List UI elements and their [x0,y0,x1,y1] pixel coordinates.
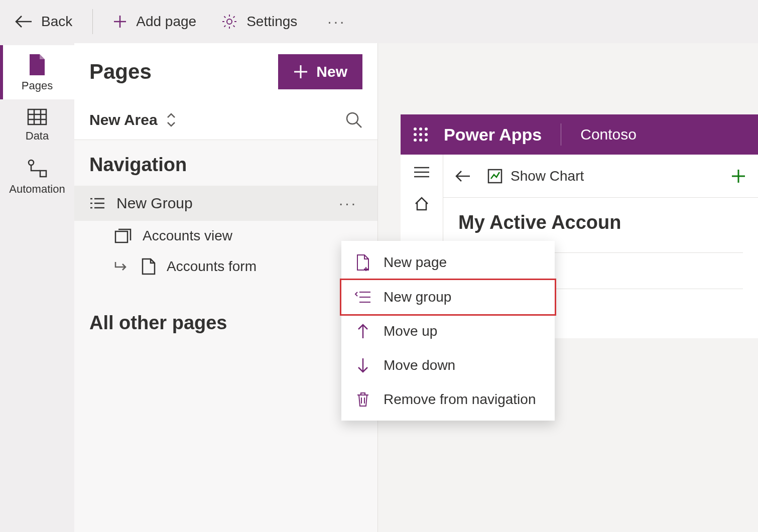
chevron-updown-icon [166,112,177,127]
svg-rect-3 [40,171,46,177]
search-icon[interactable] [345,111,362,128]
new-button[interactable]: New [278,54,362,89]
left-rail: Pages Data Automation [0,43,74,532]
ellipsis-icon: ··· [322,11,351,32]
page-icon [29,54,46,75]
rail-automation-label: Automation [9,183,65,196]
menu-new-group[interactable]: New group [340,279,556,316]
nav-item-label: Accounts form [167,258,257,275]
other-pages-title: All other pages [74,282,377,339]
arrow-left-icon[interactable] [455,170,470,182]
menu-move-down[interactable]: Move down [341,348,555,382]
pages-panel: Pages New New Area Navigation [74,43,378,532]
rail-data-label: Data [26,129,49,143]
svg-rect-5 [115,231,128,242]
new-group-icon [354,290,371,304]
preview-app-name: Power Apps [444,125,542,145]
new-page-icon [354,254,371,271]
menu-item-label: Remove from navigation [384,391,536,408]
show-chart-button[interactable]: Show Chart [487,168,584,184]
settings-label: Settings [246,14,297,30]
nav-group[interactable]: New Group ··· [74,186,377,221]
svg-point-2 [29,160,34,165]
subitem-icon [114,261,129,272]
toolbar-overflow[interactable]: ··· [317,7,356,36]
panel-title: Pages [89,60,152,84]
arrow-up-icon [354,323,371,339]
table-icon [27,108,47,125]
svg-point-12 [414,139,417,142]
svg-point-8 [425,127,428,130]
rail-pages-label: Pages [22,79,53,92]
panel-header: Pages New [74,43,377,100]
home-icon[interactable] [414,196,430,212]
menu-item-label: New page [384,254,447,271]
nav-group-label: New Group [116,195,193,212]
svg-point-11 [425,133,428,136]
chart-icon [487,169,502,184]
rail-pages[interactable]: Pages [0,45,74,99]
svg-point-6 [414,127,417,130]
nav-group-more[interactable]: ··· [334,193,362,214]
navigation-section-title: Navigation [74,140,377,186]
add-page-label: Add page [136,14,196,30]
back-button[interactable]: Back [10,10,77,34]
preview-commandbar: Show Chart [443,155,758,198]
plus-icon[interactable] [731,169,746,184]
back-label: Back [41,14,72,30]
svg-point-7 [419,127,422,130]
plus-icon [293,64,308,79]
hamburger-icon[interactable] [413,166,430,179]
top-toolbar: Back Add page Settings ··· [0,0,758,43]
waffle-icon[interactable] [413,126,429,143]
nav-item-label: Accounts view [143,228,232,244]
rail-automation[interactable]: Automation [0,150,74,203]
plus-icon [113,15,127,29]
svg-point-9 [414,133,417,136]
preview-appbar-divider [561,123,561,146]
toolbar-divider [92,9,93,34]
context-menu: New page New group Move up Move down Rem… [341,241,555,421]
flow-icon [27,159,47,179]
nav-item-accounts-view[interactable]: Accounts view [74,221,377,251]
area-selector[interactable]: New Area [74,100,377,140]
menu-remove[interactable]: Remove from navigation [341,382,555,417]
svg-point-4 [347,113,358,124]
arrow-left-icon [15,15,32,28]
gear-icon [221,14,237,30]
trash-icon [354,391,371,408]
form-icon [142,258,156,275]
menu-item-label: New group [384,289,451,305]
new-button-label: New [316,63,347,80]
menu-move-up[interactable]: Move up [341,314,555,348]
svg-point-10 [419,133,422,136]
list-icon [89,197,105,210]
svg-point-14 [425,139,428,142]
rail-data[interactable]: Data [0,99,74,150]
svg-rect-1 [28,109,46,124]
menu-item-label: Move up [384,323,437,339]
svg-point-13 [419,139,422,142]
nav-item-accounts-form[interactable]: Accounts form [74,251,377,282]
menu-item-label: Move down [384,357,455,373]
show-chart-label: Show Chart [511,168,584,184]
menu-new-page[interactable]: New page [341,245,555,280]
area-label: New Area [89,111,158,128]
arrow-down-icon [354,357,371,373]
settings-button[interactable]: Settings [216,10,302,34]
preview-env: Contoso [580,126,637,143]
preview-appbar: Power Apps Contoso [401,114,758,155]
svg-point-0 [227,19,232,24]
add-page-button[interactable]: Add page [108,10,201,34]
view-icon [114,228,132,243]
